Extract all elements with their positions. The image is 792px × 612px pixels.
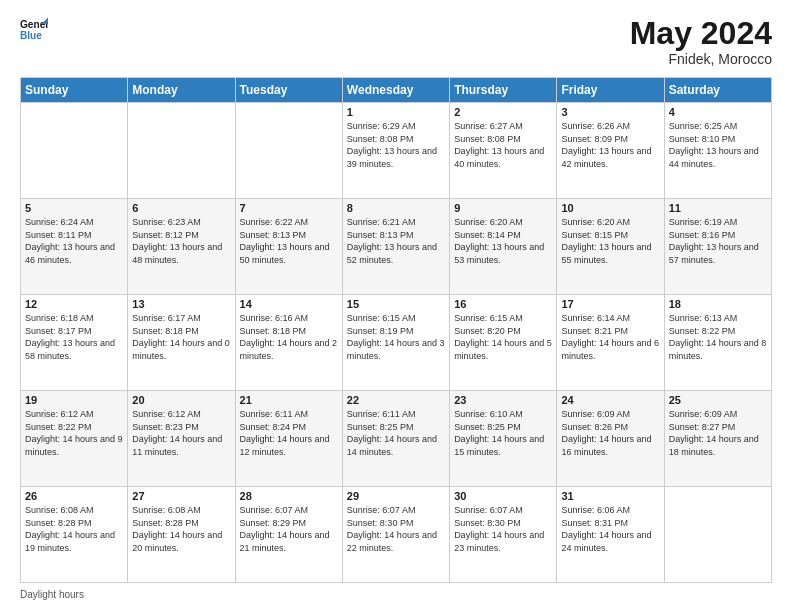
calendar-cell: 27Sunrise: 6:08 AM Sunset: 8:28 PM Dayli… <box>128 487 235 583</box>
calendar-cell <box>664 487 771 583</box>
calendar-cell: 21Sunrise: 6:11 AM Sunset: 8:24 PM Dayli… <box>235 391 342 487</box>
calendar-cell: 16Sunrise: 6:15 AM Sunset: 8:20 PM Dayli… <box>450 295 557 391</box>
calendar-cell: 11Sunrise: 6:19 AM Sunset: 8:16 PM Dayli… <box>664 199 771 295</box>
logo: General Blue <box>20 16 48 44</box>
day-info: Sunrise: 6:20 AM Sunset: 8:15 PM Dayligh… <box>561 216 659 266</box>
day-info: Sunrise: 6:06 AM Sunset: 8:31 PM Dayligh… <box>561 504 659 554</box>
day-info: Sunrise: 6:26 AM Sunset: 8:09 PM Dayligh… <box>561 120 659 170</box>
day-info: Sunrise: 6:12 AM Sunset: 8:23 PM Dayligh… <box>132 408 230 458</box>
weekday-header: Sunday <box>21 78 128 103</box>
day-number: 14 <box>240 298 338 310</box>
day-number: 13 <box>132 298 230 310</box>
day-info: Sunrise: 6:08 AM Sunset: 8:28 PM Dayligh… <box>132 504 230 554</box>
header: General Blue May 2024 Fnidek, Morocco <box>20 16 772 67</box>
calendar-cell: 30Sunrise: 6:07 AM Sunset: 8:30 PM Dayli… <box>450 487 557 583</box>
weekday-header: Wednesday <box>342 78 449 103</box>
day-info: Sunrise: 6:15 AM Sunset: 8:19 PM Dayligh… <box>347 312 445 362</box>
day-info: Sunrise: 6:24 AM Sunset: 8:11 PM Dayligh… <box>25 216 123 266</box>
calendar-cell: 22Sunrise: 6:11 AM Sunset: 8:25 PM Dayli… <box>342 391 449 487</box>
day-info: Sunrise: 6:21 AM Sunset: 8:13 PM Dayligh… <box>347 216 445 266</box>
day-info: Sunrise: 6:18 AM Sunset: 8:17 PM Dayligh… <box>25 312 123 362</box>
day-number: 10 <box>561 202 659 214</box>
day-info: Sunrise: 6:29 AM Sunset: 8:08 PM Dayligh… <box>347 120 445 170</box>
location: Fnidek, Morocco <box>630 51 772 67</box>
calendar-cell <box>128 103 235 199</box>
calendar-cell: 23Sunrise: 6:10 AM Sunset: 8:25 PM Dayli… <box>450 391 557 487</box>
day-info: Sunrise: 6:16 AM Sunset: 8:18 PM Dayligh… <box>240 312 338 362</box>
day-number: 31 <box>561 490 659 502</box>
calendar-cell: 25Sunrise: 6:09 AM Sunset: 8:27 PM Dayli… <box>664 391 771 487</box>
calendar-cell: 8Sunrise: 6:21 AM Sunset: 8:13 PM Daylig… <box>342 199 449 295</box>
day-number: 19 <box>25 394 123 406</box>
calendar-cell: 24Sunrise: 6:09 AM Sunset: 8:26 PM Dayli… <box>557 391 664 487</box>
day-info: Sunrise: 6:22 AM Sunset: 8:13 PM Dayligh… <box>240 216 338 266</box>
weekday-header: Tuesday <box>235 78 342 103</box>
calendar-cell: 14Sunrise: 6:16 AM Sunset: 8:18 PM Dayli… <box>235 295 342 391</box>
calendar-cell: 1Sunrise: 6:29 AM Sunset: 8:08 PM Daylig… <box>342 103 449 199</box>
day-info: Sunrise: 6:07 AM Sunset: 8:30 PM Dayligh… <box>454 504 552 554</box>
calendar-cell: 7Sunrise: 6:22 AM Sunset: 8:13 PM Daylig… <box>235 199 342 295</box>
logo-icon: General Blue <box>20 16 48 44</box>
footer-label: Daylight hours <box>20 589 84 600</box>
calendar-cell <box>235 103 342 199</box>
day-number: 6 <box>132 202 230 214</box>
day-number: 11 <box>669 202 767 214</box>
svg-text:General: General <box>20 19 48 30</box>
day-info: Sunrise: 6:17 AM Sunset: 8:18 PM Dayligh… <box>132 312 230 362</box>
day-number: 8 <box>347 202 445 214</box>
day-number: 25 <box>669 394 767 406</box>
calendar-cell: 5Sunrise: 6:24 AM Sunset: 8:11 PM Daylig… <box>21 199 128 295</box>
calendar-cell: 29Sunrise: 6:07 AM Sunset: 8:30 PM Dayli… <box>342 487 449 583</box>
day-info: Sunrise: 6:19 AM Sunset: 8:16 PM Dayligh… <box>669 216 767 266</box>
day-number: 23 <box>454 394 552 406</box>
calendar-cell: 13Sunrise: 6:17 AM Sunset: 8:18 PM Dayli… <box>128 295 235 391</box>
day-number: 12 <box>25 298 123 310</box>
calendar-cell: 2Sunrise: 6:27 AM Sunset: 8:08 PM Daylig… <box>450 103 557 199</box>
day-info: Sunrise: 6:10 AM Sunset: 8:25 PM Dayligh… <box>454 408 552 458</box>
day-number: 18 <box>669 298 767 310</box>
calendar-cell: 9Sunrise: 6:20 AM Sunset: 8:14 PM Daylig… <box>450 199 557 295</box>
title-block: May 2024 Fnidek, Morocco <box>630 16 772 67</box>
month-title: May 2024 <box>630 16 772 51</box>
weekday-header: Friday <box>557 78 664 103</box>
day-number: 28 <box>240 490 338 502</box>
calendar-cell: 26Sunrise: 6:08 AM Sunset: 8:28 PM Dayli… <box>21 487 128 583</box>
calendar-cell: 15Sunrise: 6:15 AM Sunset: 8:19 PM Dayli… <box>342 295 449 391</box>
day-info: Sunrise: 6:15 AM Sunset: 8:20 PM Dayligh… <box>454 312 552 362</box>
day-number: 7 <box>240 202 338 214</box>
day-number: 3 <box>561 106 659 118</box>
svg-text:Blue: Blue <box>20 30 42 41</box>
day-number: 20 <box>132 394 230 406</box>
calendar-cell: 20Sunrise: 6:12 AM Sunset: 8:23 PM Dayli… <box>128 391 235 487</box>
day-number: 16 <box>454 298 552 310</box>
day-number: 21 <box>240 394 338 406</box>
weekday-header: Saturday <box>664 78 771 103</box>
calendar-cell: 17Sunrise: 6:14 AM Sunset: 8:21 PM Dayli… <box>557 295 664 391</box>
page: General Blue May 2024 Fnidek, Morocco Su… <box>0 0 792 612</box>
day-info: Sunrise: 6:09 AM Sunset: 8:27 PM Dayligh… <box>669 408 767 458</box>
calendar-cell: 28Sunrise: 6:07 AM Sunset: 8:29 PM Dayli… <box>235 487 342 583</box>
day-number: 24 <box>561 394 659 406</box>
calendar-cell: 4Sunrise: 6:25 AM Sunset: 8:10 PM Daylig… <box>664 103 771 199</box>
day-info: Sunrise: 6:14 AM Sunset: 8:21 PM Dayligh… <box>561 312 659 362</box>
calendar-cell: 12Sunrise: 6:18 AM Sunset: 8:17 PM Dayli… <box>21 295 128 391</box>
weekday-header: Thursday <box>450 78 557 103</box>
day-number: 5 <box>25 202 123 214</box>
calendar-cell: 18Sunrise: 6:13 AM Sunset: 8:22 PM Dayli… <box>664 295 771 391</box>
calendar-cell: 10Sunrise: 6:20 AM Sunset: 8:15 PM Dayli… <box>557 199 664 295</box>
day-info: Sunrise: 6:11 AM Sunset: 8:25 PM Dayligh… <box>347 408 445 458</box>
day-info: Sunrise: 6:23 AM Sunset: 8:12 PM Dayligh… <box>132 216 230 266</box>
day-number: 2 <box>454 106 552 118</box>
calendar-cell: 6Sunrise: 6:23 AM Sunset: 8:12 PM Daylig… <box>128 199 235 295</box>
day-info: Sunrise: 6:12 AM Sunset: 8:22 PM Dayligh… <box>25 408 123 458</box>
calendar-cell: 19Sunrise: 6:12 AM Sunset: 8:22 PM Dayli… <box>21 391 128 487</box>
day-info: Sunrise: 6:25 AM Sunset: 8:10 PM Dayligh… <box>669 120 767 170</box>
calendar-table: SundayMondayTuesdayWednesdayThursdayFrid… <box>20 77 772 583</box>
day-number: 29 <box>347 490 445 502</box>
calendar-cell: 3Sunrise: 6:26 AM Sunset: 8:09 PM Daylig… <box>557 103 664 199</box>
day-number: 27 <box>132 490 230 502</box>
day-info: Sunrise: 6:09 AM Sunset: 8:26 PM Dayligh… <box>561 408 659 458</box>
day-number: 9 <box>454 202 552 214</box>
day-number: 26 <box>25 490 123 502</box>
day-number: 17 <box>561 298 659 310</box>
